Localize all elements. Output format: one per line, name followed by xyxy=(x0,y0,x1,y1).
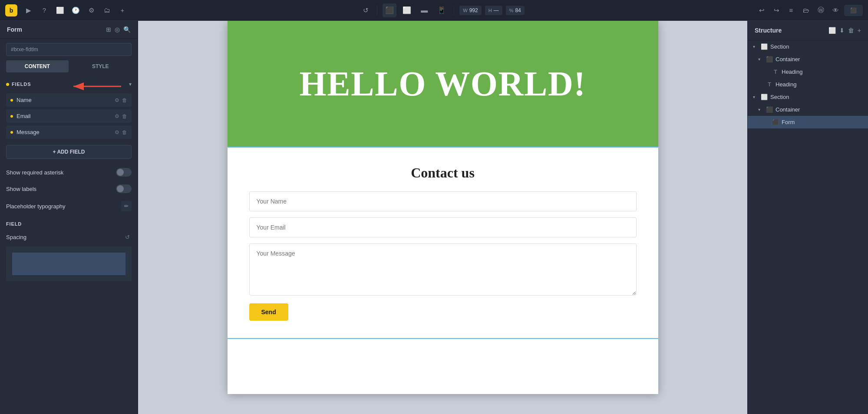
tab-style[interactable]: STYLE xyxy=(69,60,132,72)
field-settings-icon-email[interactable]: ⚙ xyxy=(115,113,119,119)
spacing-reset-icon[interactable]: ↺ xyxy=(123,233,132,241)
history-icon[interactable]: 🕐 xyxy=(69,4,82,16)
field-delete-icon-email[interactable]: 🗑 xyxy=(122,113,127,119)
show-required-asterisk-toggle[interactable] xyxy=(116,168,132,177)
field-message-label: Message xyxy=(17,129,40,135)
logo[interactable]: b xyxy=(5,4,17,16)
canvas-area[interactable]: HELLO WORLD! Contact us Send xyxy=(138,21,747,414)
tree-item-form[interactable]: ⬛ Form xyxy=(748,116,868,128)
fields-list: Name ⚙ 🗑 Email ⚙ 🗑 xyxy=(0,92,138,143)
mobile-device-btn[interactable]: 📱 xyxy=(435,3,449,17)
panel-search-icon[interactable]: 🔍 xyxy=(123,26,131,33)
tree-item-section-1[interactable]: ▾ ⬜ Section xyxy=(748,40,868,53)
tree-icon-heading-1: T xyxy=(772,69,779,75)
panel-header: Form ⊞ ◎ 🔍 xyxy=(0,21,138,39)
tree-item-container-1[interactable]: ▾ ⬛ Container xyxy=(748,53,868,66)
height-label: H xyxy=(488,8,492,13)
refresh-icon[interactable]: ↺ xyxy=(360,4,372,16)
tree-label-section-1: Section xyxy=(770,43,863,50)
cursor-tool-icon[interactable]: ▶ xyxy=(23,4,35,16)
fields-header-left: FIELDS xyxy=(6,82,31,87)
form-name-input[interactable] xyxy=(249,191,637,211)
publish-button[interactable]: ⬛ xyxy=(844,5,863,16)
wordpress-icon[interactable]: Ⓦ xyxy=(815,4,827,16)
rp-download-icon[interactable]: ⬇ xyxy=(839,27,845,34)
field-delete-icon-name[interactable]: 🗑 xyxy=(122,97,127,103)
width-dimension[interactable]: W 992 xyxy=(459,6,481,15)
form-send-button[interactable]: Send xyxy=(249,303,288,321)
tree-label-form: Form xyxy=(782,119,863,125)
tree-item-heading-1[interactable]: T Heading xyxy=(748,66,868,78)
save-icon[interactable]: 🗁 xyxy=(800,4,812,16)
tab-content[interactable]: CONTENT xyxy=(6,60,69,72)
fields-label: FIELDS xyxy=(12,82,31,87)
spacing-preview-box xyxy=(6,246,132,281)
preview-icon[interactable]: 👁 xyxy=(829,4,842,16)
desktop-device-btn[interactable]: ⬛ xyxy=(383,3,396,17)
layout-icon[interactable]: ≡ xyxy=(785,4,797,16)
tree-label-heading-2: Heading xyxy=(776,81,863,88)
tree-icon-form: ⬛ xyxy=(772,119,779,125)
add-field-button[interactable]: + ADD FIELD xyxy=(6,145,132,159)
tree-chevron-section-2: ▾ xyxy=(753,95,758,99)
field-email-label: Email xyxy=(17,113,31,119)
field-settings-icon-name[interactable]: ⚙ xyxy=(115,97,119,103)
placeholder-typography-edit-btn[interactable]: ✏ xyxy=(121,201,132,211)
tree-icon-section-1: ⬜ xyxy=(761,43,768,50)
tree-icon-container-2: ⬛ xyxy=(766,106,773,113)
panel-header-icons: ⊞ ◎ 🔍 xyxy=(106,26,131,33)
tree-label-section-2: Section xyxy=(770,94,863,100)
right-panel: Structure ⬜ ⬇ 🗑 + ▾ ⬜ Section ▾ ⬛ Contai… xyxy=(747,21,868,414)
field-item-email[interactable]: Email ⚙ 🗑 xyxy=(6,109,132,123)
zoom-label: % xyxy=(509,8,514,13)
revisions-icon[interactable]: 🗂 xyxy=(101,4,113,16)
field-item-name[interactable]: Name ⚙ 🗑 xyxy=(6,93,132,107)
fields-chevron-icon[interactable]: ▾ xyxy=(129,81,132,87)
width-value[interactable]: 992 xyxy=(469,7,478,13)
redo-icon[interactable]: ↪ xyxy=(770,4,782,16)
fields-section-header[interactable]: FIELDS ▾ xyxy=(0,77,138,92)
tree-item-heading-2[interactable]: T Heading xyxy=(748,78,868,91)
field-settings-icon-message[interactable]: ⚙ xyxy=(115,129,119,135)
panel-icon-1[interactable]: ⊞ xyxy=(106,26,111,33)
zoom-dimension[interactable]: % 84 xyxy=(506,6,525,15)
add-icon[interactable]: + xyxy=(116,4,129,16)
spacing-inner-box xyxy=(12,253,125,275)
tablet-device-btn[interactable]: ⬜ xyxy=(400,3,414,17)
canvas-page: HELLO WORLD! Contact us Send xyxy=(228,21,658,394)
tree-icon-section-2: ⬜ xyxy=(761,94,768,100)
undo-icon[interactable]: ↩ xyxy=(756,4,768,16)
form-email-input[interactable] xyxy=(249,217,637,237)
tree-chevron-container-2: ▾ xyxy=(758,107,763,112)
field-subsection-title: FIELD xyxy=(6,221,22,227)
tree-label-container-1: Container xyxy=(776,56,863,62)
field-dot-email xyxy=(10,115,13,118)
content-style-tabs: CONTENT STYLE xyxy=(6,60,132,72)
field-item-message[interactable]: Message ⚙ 🗑 xyxy=(6,125,132,139)
tree-item-container-2[interactable]: ▾ ⬛ Container xyxy=(748,103,868,116)
show-labels-toggle[interactable] xyxy=(116,184,132,193)
panel-title: Form xyxy=(7,26,22,33)
rp-delete-icon[interactable]: 🗑 xyxy=(848,27,854,34)
element-id-field[interactable]: #brxe-fldtlm xyxy=(6,43,132,56)
zoom-value[interactable]: 84 xyxy=(515,7,521,13)
panel-icon-2[interactable]: ◎ xyxy=(115,26,120,33)
tree-item-section-2[interactable]: ▾ ⬜ Section xyxy=(748,91,868,103)
form-message-textarea[interactable] xyxy=(249,243,637,296)
height-value: — xyxy=(494,7,499,13)
height-dimension[interactable]: H — xyxy=(485,6,502,15)
field-name-label: Name xyxy=(17,97,32,103)
tree-chevron-container-1: ▾ xyxy=(758,57,763,62)
show-labels-row: Show labels xyxy=(0,181,138,197)
field-delete-icon-message[interactable]: 🗑 xyxy=(122,129,127,135)
show-labels-label: Show labels xyxy=(6,186,36,192)
help-icon[interactable]: ? xyxy=(38,4,50,16)
settings-icon[interactable]: ⚙ xyxy=(85,4,97,16)
sep2 xyxy=(454,6,454,15)
rp-copy-icon[interactable]: ⬜ xyxy=(828,27,836,34)
right-panel-icons: ⬜ ⬇ 🗑 + xyxy=(828,27,861,34)
templates-icon[interactable]: ⬜ xyxy=(54,4,66,16)
landscape-device-btn[interactable]: ▬ xyxy=(417,3,431,17)
placeholder-typography-row: Placeholder typography ✏ xyxy=(0,197,138,215)
rp-add-icon[interactable]: + xyxy=(858,27,861,34)
